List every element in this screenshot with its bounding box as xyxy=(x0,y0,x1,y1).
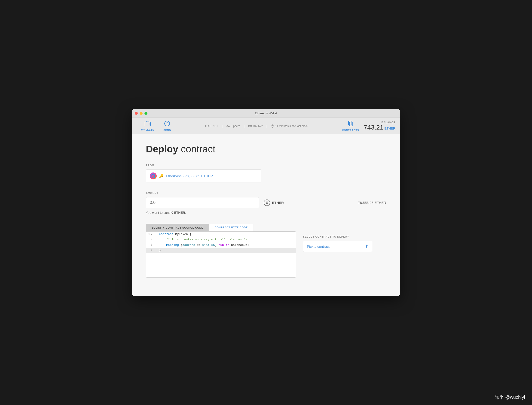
dropdown-arrow-icon: ⬍ xyxy=(365,244,368,249)
code-editor[interactable]: 1▶ contract MyToken { 2 /* This creates … xyxy=(146,231,296,277)
line-num-2: 2 xyxy=(146,237,155,242)
blocks-info: 107,672 xyxy=(248,124,263,128)
contract-select-label: SELECT CONTRACT TO DEPLOY xyxy=(303,235,372,238)
line-num-1: 1▶ xyxy=(146,232,155,237)
from-section: FROM 🌐 🔑 Etherbase - 78,553.05 ETHER xyxy=(146,164,386,182)
maximize-button[interactable] xyxy=(145,112,147,115)
account-name: Etherbase - 78,553.05 ETHER xyxy=(166,174,213,178)
amount-input[interactable] xyxy=(146,197,259,208)
contract-panel: SELECT CONTRACT TO DEPLOY Pick a contrac… xyxy=(303,224,372,277)
line-content-4: } xyxy=(155,248,165,253)
send-icon xyxy=(164,121,170,128)
currency-selector[interactable]: Ξ ETHER xyxy=(264,200,284,206)
code-line-3: 3 mapping (address => uint256) public ba… xyxy=(146,243,296,248)
separator3: | xyxy=(266,124,267,128)
key-icon: 🔑 xyxy=(159,174,164,178)
nav-wallets[interactable]: WALLETS xyxy=(137,121,159,131)
amount-row: Ξ ETHER 78,553.05 ETHER xyxy=(146,197,386,208)
balance-label: BALANCE xyxy=(364,121,395,124)
contracts-icon xyxy=(348,121,354,128)
currency-name: ETHER xyxy=(272,201,284,205)
app-window: Ethereum Wallet WALLETS SEND xyxy=(132,109,400,296)
title-bar: Ethereum Wallet xyxy=(132,109,400,118)
code-line-1: 1▶ contract MyToken { xyxy=(146,232,296,237)
code-panel: SOLIDITY CONTRACT SOURCE CODE CONTRACT B… xyxy=(146,224,296,277)
network-name: TEST-NET xyxy=(205,124,218,128)
nav-bar: WALLETS SEND TEST-NET | 6 peers xyxy=(132,118,400,134)
separator1: | xyxy=(222,124,222,128)
svg-rect-3 xyxy=(249,125,250,127)
contract-dropdown[interactable]: Pick a contract ⬍ xyxy=(303,241,372,252)
nav-contracts[interactable]: CONTRACTS xyxy=(337,121,364,132)
line-content-1: contract MyToken { xyxy=(155,232,195,237)
amount-label: AMOUNT xyxy=(146,192,386,194)
account-avatar: 🌐 xyxy=(150,172,157,179)
send-label: SEND xyxy=(163,129,171,132)
from-selector[interactable]: 🌐 🔑 Etherbase - 78,553.05 ETHER xyxy=(146,169,261,182)
watermark: 知乎 @wuzhiyi xyxy=(495,394,525,400)
svg-rect-0 xyxy=(145,122,151,126)
code-line-4: 4 } xyxy=(146,248,296,253)
window-controls xyxy=(135,112,147,115)
balance-display: BALANCE 743.21 ETHER xyxy=(364,121,395,131)
line-num-3: 3 xyxy=(146,243,155,248)
tab-bytecode[interactable]: CONTRACT BYTE CODE xyxy=(209,224,253,231)
balance-value: 743.21 ETHER xyxy=(364,124,395,131)
amount-input-wrap xyxy=(146,197,259,208)
code-section: SOLIDITY CONTRACT SOURCE CODE CONTRACT B… xyxy=(146,224,386,277)
from-label: FROM xyxy=(146,164,386,167)
wallets-icon xyxy=(145,121,151,128)
line-num-4: 4 xyxy=(146,248,155,253)
svg-rect-1 xyxy=(149,123,150,124)
line-content-3: mapping (address => uint256) public bala… xyxy=(155,243,253,248)
svg-rect-4 xyxy=(250,125,252,127)
contract-dropdown-text: Pick a contract xyxy=(307,244,330,249)
network-info: TEST-NET | 6 peers | 107,672 | xyxy=(176,124,337,128)
balance-currency: ETHER xyxy=(385,127,395,130)
wallets-label: WALLETS xyxy=(141,128,154,131)
amount-section: AMOUNT Ξ ETHER 78,553.05 ETHER You want … xyxy=(146,192,386,215)
line-content-2: /* This creates an array with all balanc… xyxy=(155,237,251,242)
tab-source[interactable]: SOLIDITY CONTRACT SOURCE CODE xyxy=(146,224,209,231)
main-content: Deploy contract FROM 🌐 🔑 Etherbase - 78,… xyxy=(132,134,400,296)
close-button[interactable] xyxy=(135,112,138,115)
balance-amount: 743.21 xyxy=(364,124,383,131)
nav-send[interactable]: SEND xyxy=(159,121,176,132)
contracts-label: CONTRACTS xyxy=(342,129,359,132)
code-tabs: SOLIDITY CONTRACT SOURCE CODE CONTRACT B… xyxy=(146,224,296,231)
last-block-info: 11 minutes since last block xyxy=(271,124,308,128)
page-title: Deploy contract xyxy=(146,144,386,155)
account-balance: 78,553.05 ETHER xyxy=(358,201,386,205)
separator2: | xyxy=(244,124,244,128)
ether-icon: Ξ xyxy=(264,200,270,206)
send-info: You want to send 0 ETHER. xyxy=(146,211,386,215)
peers-info: 6 peers xyxy=(226,124,240,128)
minimize-button[interactable] xyxy=(140,112,143,115)
window-title: Ethereum Wallet xyxy=(255,112,277,115)
code-line-2: 2 /* This creates an array with all bala… xyxy=(146,237,296,242)
